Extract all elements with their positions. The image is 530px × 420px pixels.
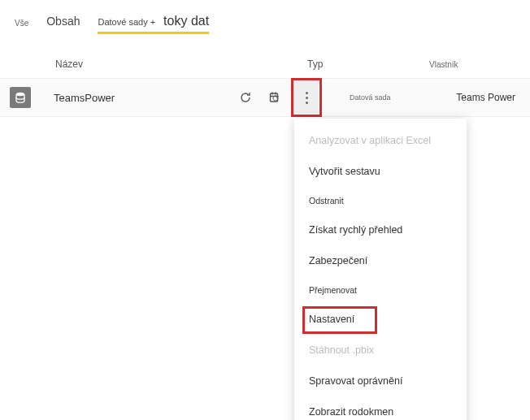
table-row[interactable]: TeamsPower Datová sada Teams Power <box>0 78 530 117</box>
more-vertical-icon <box>306 92 308 104</box>
svg-point-0 <box>16 93 24 96</box>
tab-datasets-label: Datové sady + <box>98 17 155 27</box>
col-header-name[interactable]: Název <box>55 58 307 70</box>
menu-settings-label: Nastavení <box>309 314 354 325</box>
dataset-icon <box>10 87 31 108</box>
row-owner[interactable]: Teams Power <box>456 92 515 103</box>
tab-dataflows-label: toky dat <box>163 14 209 28</box>
menu-quick-insights[interactable]: Získat rychlý přehled <box>294 214 467 245</box>
menu-download-pbix: Stáhnout .pbix <box>294 335 467 366</box>
tabs-bar: Vše Obsah Datové sady + toky dat <box>0 0 530 34</box>
refresh-icon[interactable] <box>236 88 255 107</box>
row-actions <box>236 81 319 114</box>
menu-view-lineage[interactable]: Zobrazit rodokmen <box>294 396 467 420</box>
tab-all[interactable]: Vše <box>15 19 28 34</box>
more-options-button[interactable] <box>294 81 319 114</box>
context-menu: Analyzovat v aplikaci Excel Vytvořit ses… <box>294 119 467 420</box>
tab-datasets-dataflows[interactable]: Datové sady + toky dat <box>98 14 209 34</box>
menu-settings[interactable]: Nastavení <box>294 304 467 335</box>
menu-security[interactable]: Zabezpečení <box>294 245 467 276</box>
col-header-type[interactable]: Typ <box>307 58 429 70</box>
schedule-refresh-icon[interactable] <box>265 88 285 107</box>
row-type: Datová sada <box>350 93 447 102</box>
menu-delete[interactable]: Odstranit <box>294 187 467 214</box>
menu-rename[interactable]: Přejmenovat <box>294 276 467 304</box>
menu-manage-permissions[interactable]: Spravovat oprávnění <box>294 366 467 396</box>
row-name[interactable]: TeamsPower <box>54 92 216 104</box>
menu-analyze-excel: Analyzovat v aplikaci Excel <box>294 125 467 156</box>
tab-content[interactable]: Obsah <box>46 15 80 34</box>
column-headers: Název Typ Vlastník <box>0 34 530 78</box>
col-header-owner[interactable]: Vlastník <box>429 60 510 69</box>
menu-create-report[interactable]: Vytvořit sestavu <box>294 156 467 187</box>
